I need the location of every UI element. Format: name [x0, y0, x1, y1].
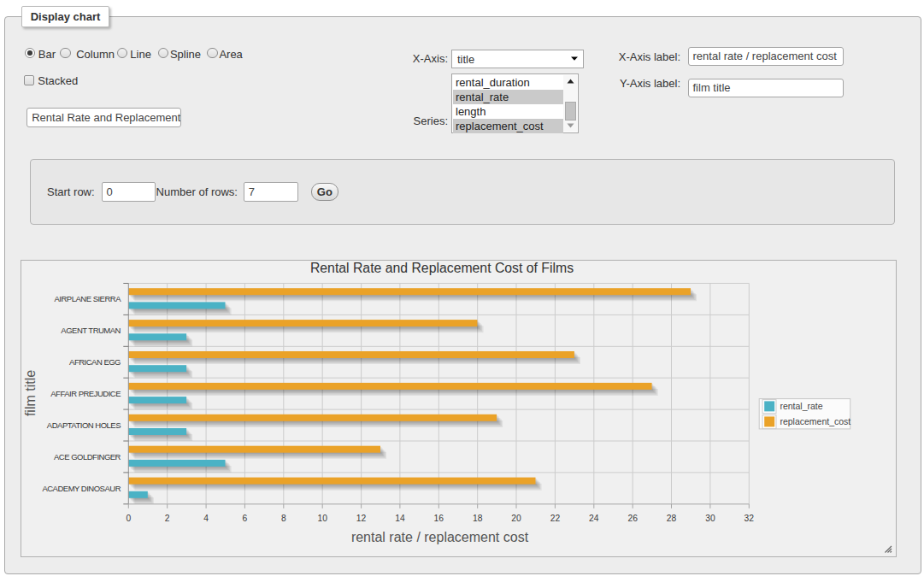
svg-text:26: 26: [627, 514, 638, 523]
svg-text:AFRICAN EGG: AFRICAN EGG: [69, 357, 121, 367]
svg-text:film title: film title: [23, 370, 38, 416]
svg-text:4: 4: [203, 514, 209, 523]
svg-text:12: 12: [356, 514, 367, 523]
svg-text:16: 16: [434, 514, 444, 523]
svg-text:30: 30: [705, 514, 715, 523]
svg-text:24: 24: [589, 514, 599, 523]
svg-text:10: 10: [317, 514, 327, 523]
svg-text:AGENT TRUMAN: AGENT TRUMAN: [61, 326, 121, 335]
svg-text:AFFAIR PREJUDICE: AFFAIR PREJUDICE: [50, 389, 121, 398]
svg-text:Rental Rate and Replacement Co: Rental Rate and Replacement Cost of Film…: [310, 261, 574, 275]
svg-text:6: 6: [243, 514, 248, 523]
svg-text:28: 28: [667, 514, 677, 523]
svg-text:0: 0: [126, 514, 131, 523]
svg-text:ACE GOLDFINGER: ACE GOLDFINGER: [54, 452, 121, 461]
svg-text:rental_rate: rental_rate: [780, 401, 822, 411]
svg-text:22: 22: [550, 514, 561, 523]
svg-text:ADAPTATION HOLES: ADAPTATION HOLES: [47, 420, 121, 430]
svg-text:14: 14: [395, 514, 405, 523]
svg-text:ACADEMY DINOSAUR: ACADEMY DINOSAUR: [42, 484, 121, 493]
svg-text:8: 8: [281, 514, 286, 523]
svg-text:20: 20: [511, 514, 521, 523]
svg-text:18: 18: [473, 514, 483, 523]
svg-text:32: 32: [744, 514, 755, 523]
svg-text:replacement_cost: replacement_cost: [780, 416, 850, 426]
svg-text:AIRPLANE SIERRA: AIRPLANE SIERRA: [55, 294, 122, 303]
svg-text:2: 2: [165, 514, 170, 523]
svg-text:rental rate / replacement cost: rental rate / replacement cost: [351, 530, 529, 544]
